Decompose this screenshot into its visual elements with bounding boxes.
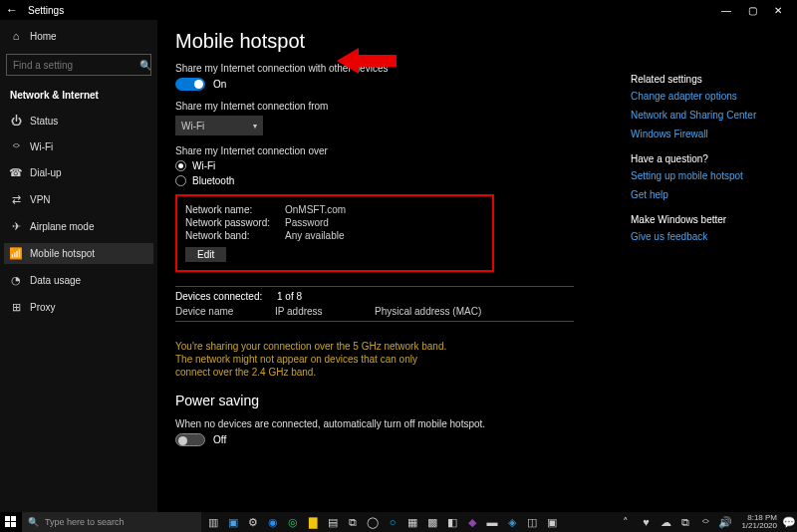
sidebar-item-airplane[interactable]: ✈ Airplane mode: [4, 216, 153, 237]
start-button[interactable]: [0, 512, 22, 532]
minimize-button[interactable]: —: [713, 0, 739, 20]
link-setup-hotspot[interactable]: Setting up mobile hotspot: [631, 170, 779, 181]
link-firewall[interactable]: Windows Firewall: [631, 129, 779, 139]
cortana-icon[interactable]: ○: [385, 514, 400, 530]
related-heading: Related settings: [631, 74, 779, 85]
sidebar-item-label: VPN: [30, 194, 51, 205]
taskbar-apps: ▥ ▣ ⚙ ◉ ◎ ▇ ▤ ⧉ ◯ ○ ▦ ▩ ◧ ◆ ▬ ◈ ◫ ▣: [201, 514, 564, 530]
app-icon[interactable]: ◧: [444, 514, 460, 530]
airplane-icon: ✈: [10, 220, 22, 233]
app-icon[interactable]: ▦: [404, 514, 420, 530]
back-button[interactable]: ←: [6, 3, 20, 17]
network-icon[interactable]: ⧉: [677, 514, 693, 530]
sidebar-item-label: Airplane mode: [30, 221, 94, 232]
link-get-help[interactable]: Get help: [631, 189, 779, 200]
wifi-icon: ⌔: [10, 140, 22, 152]
app-icon[interactable]: ▣: [225, 514, 241, 530]
sidebar: ⌂ Home 🔍 Network & Internet ⏻ Status ⌔ W…: [0, 20, 157, 512]
sidebar-item-datausage[interactable]: ◔ Data usage: [4, 270, 153, 291]
radio-icon: [175, 175, 186, 186]
band-note: You're sharing your connection over the …: [175, 340, 454, 379]
datausage-icon: ◔: [10, 274, 22, 287]
sidebar-item-status[interactable]: ⏻ Status: [4, 111, 153, 131]
net-pass-val: Password: [285, 217, 329, 228]
from-select-value: Wi-Fi: [181, 121, 204, 132]
settings-icon[interactable]: ⚙: [245, 514, 261, 530]
power-saving-heading: Power saving: [175, 393, 601, 408]
task-view-icon[interactable]: ▥: [205, 514, 221, 530]
explorer-icon[interactable]: ▇: [305, 514, 321, 530]
share-toggle-state: On: [213, 79, 226, 90]
taskbar-search-placeholder: Type here to search: [45, 517, 125, 527]
dialup-icon: ☎: [10, 166, 22, 179]
app-icon[interactable]: ◈: [504, 514, 520, 530]
home-button[interactable]: ⌂ Home: [4, 26, 153, 46]
over-radio-wifi[interactable]: Wi-Fi: [175, 160, 601, 171]
sidebar-item-label: Proxy: [30, 302, 56, 313]
maximize-button[interactable]: ▢: [739, 0, 765, 20]
page-title: Mobile hotspot: [175, 30, 601, 53]
sidebar-item-label: Mobile hotspot: [30, 248, 95, 259]
col-device-name: Device name: [175, 306, 275, 317]
taskbar-search[interactable]: 🔍 Type here to search: [22, 512, 201, 532]
svg-rect-1: [5, 516, 10, 521]
app-icon[interactable]: ▩: [424, 514, 440, 530]
app-icon[interactable]: ▬: [484, 514, 500, 530]
from-label: Share my Internet connection from: [175, 101, 601, 112]
app-icon[interactable]: ⧉: [345, 514, 361, 530]
vpn-icon: ⇄: [10, 193, 22, 206]
browser-icon[interactable]: ◎: [285, 514, 301, 530]
link-sharing-center[interactable]: Network and Sharing Center: [631, 110, 779, 121]
home-icon: ⌂: [10, 30, 22, 42]
sidebar-item-wifi[interactable]: ⌔ Wi-Fi: [4, 136, 153, 156]
power-toggle-state: Off: [213, 434, 226, 445]
power-toggle[interactable]: [175, 433, 205, 446]
devices-key: Devices connected:: [175, 291, 265, 302]
system-tray[interactable]: ˄ ♥ ☁ ⧉ ⌔ 🔊: [614, 514, 737, 530]
link-adapter-options[interactable]: Change adapter options: [631, 91, 779, 102]
home-label: Home: [30, 31, 57, 42]
app-icon[interactable]: ▣: [544, 514, 560, 530]
hotspot-icon: 📶: [10, 247, 22, 260]
close-button[interactable]: ✕: [765, 0, 791, 20]
over-radio-bluetooth[interactable]: Bluetooth: [175, 175, 601, 186]
net-band-val: Any available: [285, 230, 344, 241]
sidebar-item-label: Status: [30, 116, 58, 127]
action-center-icon[interactable]: 💬: [781, 514, 797, 530]
xbox-icon[interactable]: ◯: [365, 514, 381, 530]
link-feedback[interactable]: Give us feedback: [631, 231, 779, 242]
app-icon[interactable]: ◫: [524, 514, 540, 530]
better-heading: Make Windows better: [631, 214, 779, 225]
wifi-icon[interactable]: ⌔: [697, 514, 713, 530]
over-option-label: Bluetooth: [192, 175, 234, 186]
app-icon[interactable]: ◆: [464, 514, 480, 530]
sidebar-item-hotspot[interactable]: 📶 Mobile hotspot: [4, 243, 153, 264]
over-option-label: Wi-Fi: [192, 160, 215, 171]
clock-date: 1/21/2020: [741, 522, 777, 530]
sidebar-item-vpn[interactable]: ⇄ VPN: [4, 189, 153, 210]
onedrive-icon[interactable]: ☁: [658, 514, 673, 530]
sidebar-item-proxy[interactable]: ⊞ Proxy: [4, 297, 153, 318]
net-band-key: Network band:: [185, 230, 275, 241]
right-column: Related settings Change adapter options …: [631, 30, 779, 502]
volume-icon[interactable]: 🔊: [717, 514, 733, 530]
sidebar-item-dialup[interactable]: ☎ Dial-up: [4, 162, 153, 183]
main-content: Mobile hotspot Share my Internet connect…: [175, 30, 601, 502]
radio-icon: [175, 160, 186, 171]
sidebar-item-label: Wi-Fi: [30, 141, 53, 152]
net-pass-key: Network password:: [185, 217, 275, 228]
sidebar-item-label: Data usage: [30, 275, 81, 286]
net-name-key: Network name:: [185, 204, 275, 215]
taskbar-clock[interactable]: 8:18 PM 1/21/2020: [737, 514, 781, 530]
find-setting-search[interactable]: 🔍: [6, 54, 151, 76]
chevron-down-icon: ▾: [253, 122, 257, 131]
app-icon[interactable]: ▤: [325, 514, 341, 530]
search-input[interactable]: [13, 60, 139, 71]
from-select[interactable]: Wi-Fi ▾: [175, 116, 263, 135]
edit-button[interactable]: Edit: [185, 247, 226, 262]
search-icon: 🔍: [139, 60, 151, 71]
tray-chevron-icon[interactable]: ˄: [618, 514, 634, 530]
edge-icon[interactable]: ◉: [265, 514, 281, 530]
tray-icon[interactable]: ♥: [638, 514, 654, 530]
share-toggle[interactable]: [175, 78, 205, 91]
